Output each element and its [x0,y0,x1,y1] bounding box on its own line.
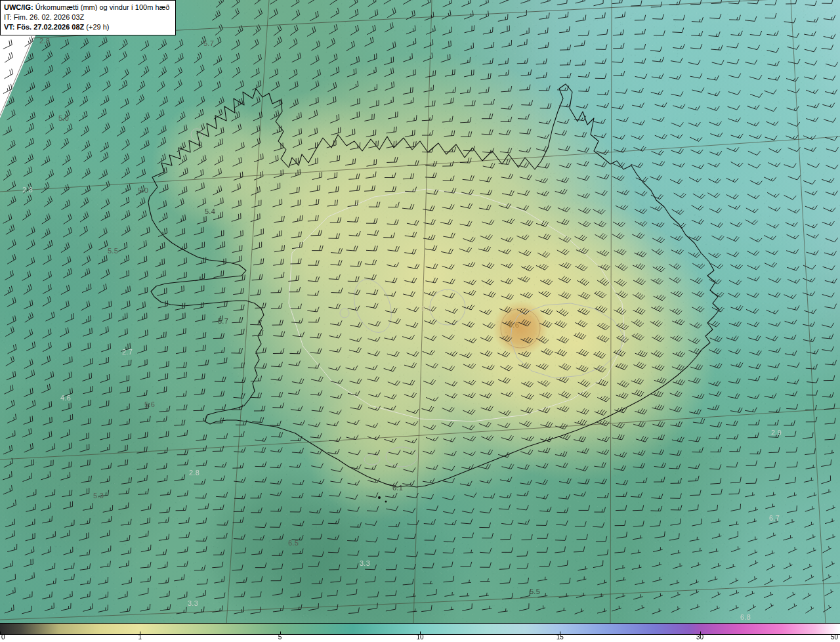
product-title-text: Úrkomumætti (mm) og vindur í 100m hæð [33,3,170,11]
info-line-init-time: IT: Fim. 26. 02. 2026 03Z [4,12,169,22]
product-id-label: UWC/IG: [4,3,33,11]
colorbar-tick-label: 30 [696,633,704,641]
info-line-valid-time: VT: Fös. 27.02.2026 08Z (+29 h) [4,22,169,32]
colorbar-tick-label: 0 [1,633,5,641]
colorbar-tick-row: 01510153050 [0,634,840,642]
colorbar-tick-mark [0,631,1,634]
weather-map-app: 2.85.75.02.85.05.45.55.72.70.80.64.65.62… [0,0,840,642]
colorbar-tick-label: 10 [416,633,423,641]
precipitation-wind-map-canvas [0,0,840,624]
colorbar: 01510153050 [0,623,840,642]
info-line-title: UWC/IG: Úrkomumætti (mm) og vindur í 100… [4,3,169,12]
colorbar-tick-label: 15 [556,633,564,641]
colorbar-tick-label: 5 [278,633,282,641]
colorbar-tick-label: 50 [831,633,838,641]
forecast-info-box: UWC/IG: Úrkomumætti (mm) og vindur í 100… [0,0,176,35]
valid-time-offset: (+29 h) [84,23,109,31]
valid-time-label: VT: Fös. 27.02.2026 08Z [4,23,84,31]
colorbar-tick-label: 1 [138,633,142,641]
